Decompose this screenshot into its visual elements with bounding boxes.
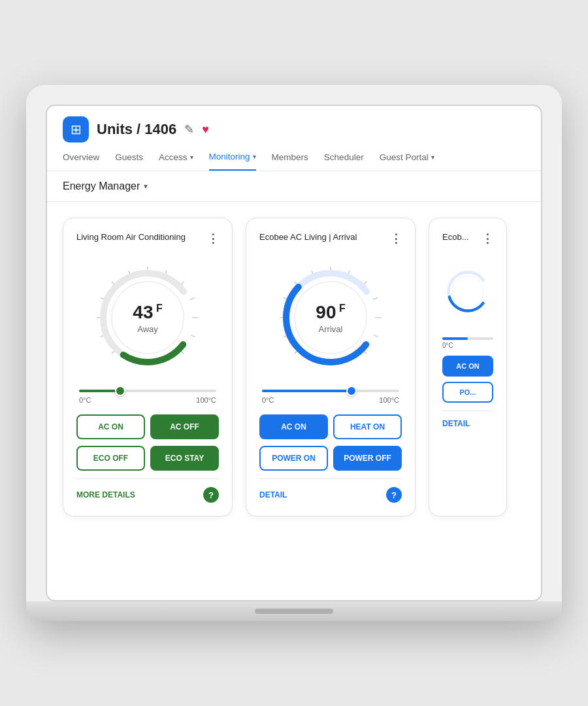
card1-ac-on-btn[interactable]: AC ON — [76, 414, 145, 439]
card2-power-on-btn[interactable]: POWER ON — [259, 446, 328, 471]
card2-slider[interactable]: 0°C 100°C — [259, 390, 402, 404]
card1-eco-stay-btn[interactable]: ECO STAY — [150, 446, 219, 471]
laptop-notch — [255, 609, 333, 614]
card3-title: Ecob... — [442, 231, 482, 243]
card2-temp: 90 F — [316, 302, 345, 323]
tab-overview[interactable]: Overview — [63, 152, 99, 170]
card1-slider-max: 100°C — [196, 396, 216, 404]
card2-unit: F — [336, 302, 345, 313]
card2-slider-thumb[interactable] — [346, 386, 357, 396]
svg-line-25 — [373, 298, 377, 300]
svg-line-27 — [374, 335, 378, 337]
tab-scheduler[interactable]: Scheduler — [324, 152, 364, 170]
card2-heat-on-btn[interactable]: HEAT ON — [333, 414, 402, 439]
tab-monitoring[interactable]: Monitoring ▾ — [209, 152, 256, 171]
guest-portal-chevron: ▾ — [431, 154, 434, 161]
card1-temp: 43 F — [133, 302, 162, 323]
card2-menu[interactable]: ⋮ — [390, 231, 402, 246]
laptop-container: ⊞ Units / 1406 ✎ ♥ Overview Guests Acces… — [26, 85, 562, 621]
tab-guest-portal[interactable]: Guest Portal ▾ — [380, 152, 434, 170]
card-ecobee-ac: Ecobee AC Living | Arrival ⋮ — [246, 218, 416, 516]
card2-slider-track — [262, 390, 399, 392]
card1-slider[interactable]: 0°C 100°C — [76, 390, 219, 404]
app-icon-symbol: ⊞ — [71, 122, 82, 137]
card-living-room-ac: Living Room Air Conditioning ⋮ — [63, 218, 233, 516]
card1-header: Living Room Air Conditioning ⋮ — [76, 231, 219, 246]
card1-slider-thumb[interactable] — [115, 386, 125, 396]
card1-more-details-link[interactable]: MORE DETAILS — [76, 490, 135, 499]
card3-ac-on-btn[interactable]: AC ON — [442, 356, 493, 377]
svg-point-34 — [452, 276, 483, 307]
card-partial: Ecob... ⋮ 0°C — [429, 218, 507, 516]
card1-slider-track — [79, 390, 216, 392]
card3-header: Ecob... ⋮ — [442, 231, 493, 246]
card2-slider-labels: 0°C 100°C — [262, 396, 399, 404]
tab-members[interactable]: Members — [272, 152, 308, 170]
sub-header-title: Energy Manager — [63, 180, 140, 192]
card2-slider-fill — [262, 390, 351, 392]
card1-gauge: 43 F Away — [76, 259, 219, 377]
card3-gauge-svg — [442, 259, 493, 324]
card2-title: Ecobee AC Living | Arrival — [259, 231, 390, 243]
heart-icon[interactable]: ♥ — [202, 123, 209, 137]
card3-detail-link[interactable]: DETAIL — [442, 419, 470, 428]
card2-gauge-center: 90 F Arrival — [316, 302, 345, 334]
app-icon: ⊞ — [63, 116, 89, 143]
page-title: Units / 1406 — [97, 121, 176, 138]
card2-gauge: 90 F Arrival — [259, 259, 402, 377]
card1-unit: F — [153, 302, 162, 313]
card1-gauge-center: 43 F Away — [133, 302, 162, 334]
card2-header: Ecobee AC Living | Arrival ⋮ — [259, 231, 402, 246]
card2-slider-max: 100°C — [379, 396, 399, 404]
card2-power-off-btn[interactable]: POWER OFF — [333, 446, 402, 471]
header-top: ⊞ Units / 1406 ✎ ♥ — [63, 116, 525, 143]
monitoring-chevron: ▾ — [253, 153, 256, 160]
card2-slider-min: 0°C — [262, 396, 274, 404]
card1-help-icon[interactable]: ? — [203, 487, 219, 503]
cards-container: Living Room Air Conditioning ⋮ — [47, 202, 541, 532]
nav-tabs: Overview Guests Access ▾ Monitoring ▾ Me… — [63, 152, 525, 171]
card2-help-icon[interactable]: ? — [386, 487, 402, 503]
tab-guests[interactable]: Guests — [115, 152, 143, 170]
tab-access[interactable]: Access ▾ — [159, 152, 193, 170]
card3-slider-partial: 0°C — [442, 337, 493, 349]
card2-mode: Arrival — [319, 324, 343, 334]
card1-menu[interactable]: ⋮ — [207, 231, 219, 246]
card3-menu[interactable]: ⋮ — [482, 231, 493, 246]
card1-slider-min: 0°C — [79, 396, 91, 404]
sub-header: Energy Manager ▾ — [47, 171, 541, 202]
card1-ac-off-btn[interactable]: AC OFF — [150, 414, 219, 439]
card1-slider-labels: 0°C 100°C — [79, 396, 216, 404]
laptop-base — [26, 601, 562, 621]
header: ⊞ Units / 1406 ✎ ♥ Overview Guests Acces… — [47, 106, 541, 171]
card2-btn-row2: POWER ON POWER OFF — [259, 446, 402, 471]
card1-mode: Away — [137, 324, 158, 334]
card1-footer: MORE DETAILS ? — [76, 479, 219, 503]
card3-power-btn[interactable]: PO... — [442, 382, 493, 403]
card1-btn-row1: AC ON AC OFF — [76, 414, 219, 439]
svg-line-11 — [191, 335, 195, 337]
card3-gauge-partial — [442, 259, 493, 324]
card1-btn-row2: ECO OFF ECO STAY — [76, 446, 219, 471]
card1-eco-off-btn[interactable]: ECO OFF — [76, 446, 145, 471]
card3-footer: DETAIL — [442, 411, 493, 428]
card2-ac-on-btn[interactable]: AC ON — [259, 414, 328, 439]
card2-btn-row1: AC ON HEAT ON — [259, 414, 402, 439]
card2-footer: DETAIL ? — [259, 479, 402, 503]
card1-title: Living Room Air Conditioning — [76, 231, 207, 243]
card3-btn-partial2: PO... — [442, 382, 493, 403]
sub-header-chevron[interactable]: ▾ — [144, 182, 148, 191]
card1-slider-fill — [79, 390, 120, 392]
laptop-screen: ⊞ Units / 1406 ✎ ♥ Overview Guests Acces… — [46, 105, 542, 601]
svg-line-9 — [190, 298, 194, 300]
edit-icon[interactable]: ✎ — [184, 122, 194, 137]
access-chevron: ▾ — [190, 154, 193, 161]
card2-detail-link[interactable]: DETAIL — [259, 490, 287, 499]
card3-btn-partial1: AC ON — [442, 356, 493, 377]
